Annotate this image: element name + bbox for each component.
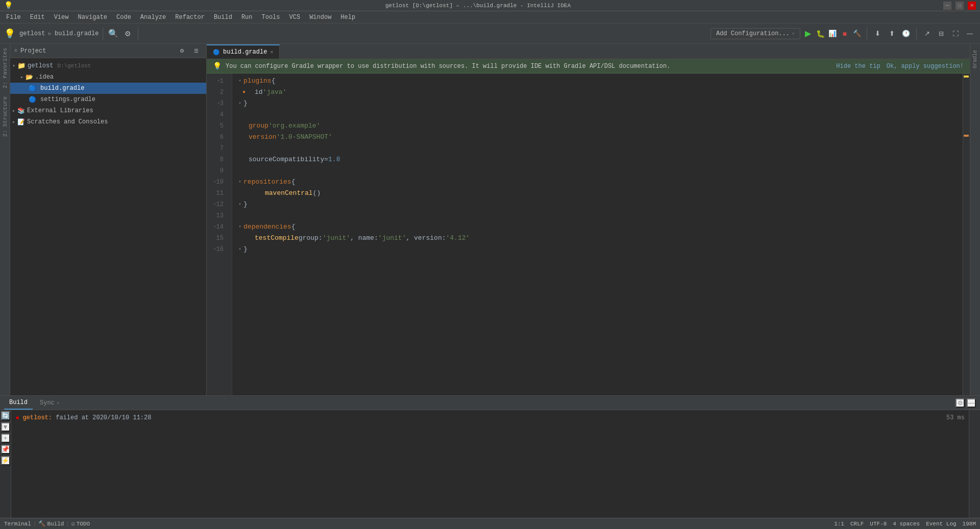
fold-arrow-10[interactable]: ▾ xyxy=(238,177,241,188)
build-filter-btn[interactable]: ▼ xyxy=(1,422,10,432)
tab-label-build-gradle: build.gradle xyxy=(223,48,267,56)
memory-indicator[interactable]: 198M xyxy=(963,521,976,527)
fold-arrow-12[interactable]: ▾ xyxy=(238,199,241,210)
tree-item-settings-gradle[interactable]: 🔵 settings.gradle xyxy=(10,94,206,105)
build-minimize-button[interactable]: — xyxy=(967,398,976,408)
menu-build[interactable]: Build xyxy=(210,13,236,22)
project-panel-settings[interactable]: ⚙ xyxy=(176,45,188,57)
toolbar-settings[interactable]: ⚙ xyxy=(121,28,134,40)
hide-tip-link[interactable]: Hide the tip xyxy=(836,63,880,70)
line-num-4: 4 xyxy=(207,109,228,120)
git-update-button[interactable]: ⬇ xyxy=(871,28,884,40)
bullet-dot: ● xyxy=(242,87,246,98)
build-expand-btn[interactable]: + xyxy=(1,434,10,443)
git-push-button[interactable]: ⬆ xyxy=(886,28,898,40)
menu-edit[interactable]: Edit xyxy=(26,13,49,22)
apply-suggestion-link[interactable]: Ok, apply suggestion! xyxy=(887,63,964,70)
debug-button[interactable]: 🐛 xyxy=(815,28,826,39)
editor-tabs: 🔵 build.gradle ✕ xyxy=(207,44,970,59)
menu-navigate[interactable]: Navigate xyxy=(74,13,111,22)
share-button[interactable]: ↗ xyxy=(921,28,933,40)
build-sync-btn[interactable]: 🔄 xyxy=(1,411,10,420)
build-project-button[interactable]: 🔨 xyxy=(851,28,863,39)
fold-arrow-14[interactable]: ▾ xyxy=(238,221,241,233)
tree-item-build-gradle[interactable]: 🔵 build.gradle xyxy=(10,83,206,94)
cursor-position[interactable]: 1:1 xyxy=(834,521,844,527)
project-panel-expand[interactable]: ☰ xyxy=(190,45,202,57)
toolbar-search-everywhere[interactable]: 🔍 xyxy=(107,28,119,40)
close-button[interactable]: ✕ xyxy=(968,2,976,10)
indent-setting[interactable]: 4 spaces xyxy=(893,521,920,527)
empty-13 xyxy=(238,210,242,221)
line-separator[interactable]: CRLF xyxy=(850,521,864,527)
encoding[interactable]: UTF-8 xyxy=(870,521,887,527)
status-bar-sep1: | xyxy=(33,521,37,527)
app-icon: 💡 xyxy=(4,1,13,10)
fold-arrow-1[interactable]: ▾ xyxy=(238,75,241,87)
line-num-16: ▾ 16 xyxy=(207,244,228,255)
code-line-3: ▾ } xyxy=(238,98,957,109)
menu-run[interactable]: Run xyxy=(237,13,257,22)
menu-vcs[interactable]: VCS xyxy=(285,13,305,22)
close-sync-tab[interactable]: ✕ xyxy=(57,400,60,406)
build-left-sidebar: 🔄 ▼ + 📌 ⚡ xyxy=(0,410,11,518)
line-num-3: ▾ 3 xyxy=(207,98,228,109)
build-pin-btn[interactable]: 📌 xyxy=(1,445,10,454)
build-button-status[interactable]: 🔨 Build xyxy=(38,520,64,527)
build-result-item[interactable]: ● getlost: failed at 2020/10/10 11:28 53… xyxy=(15,412,965,423)
status-bar: Terminal | 🔨 Build | ☑ TODO 1:1 CRLF UTF… xyxy=(0,518,980,529)
fold-arrow-16[interactable]: ▾ xyxy=(238,244,241,255)
line-num-5: 5 xyxy=(207,120,228,132)
code-line-15: testCompile group: 'junit' , name: 'juni… xyxy=(238,233,957,244)
structure-tab[interactable]: 2: Structure xyxy=(1,92,10,141)
line-num-15: 15 xyxy=(207,233,228,244)
menu-code[interactable]: Code xyxy=(112,13,135,22)
code-line-12: ▾ } xyxy=(238,199,957,210)
collapse-toolbar-button[interactable]: — xyxy=(964,28,976,40)
layout-button[interactable]: ⊟ xyxy=(935,28,947,40)
expand-arrow-idea: ▸ xyxy=(20,74,23,80)
todo-icon: ☑ xyxy=(71,520,75,527)
stop-button[interactable]: ■ xyxy=(839,28,850,39)
menu-file[interactable]: File xyxy=(2,13,25,22)
maximize-button[interactable]: □ xyxy=(955,2,964,10)
code-line-9 xyxy=(238,165,957,177)
tree-item-idea[interactable]: ▸ 📂 .idea xyxy=(10,71,206,83)
code-punct-tc-group: group: xyxy=(299,233,323,244)
toolbar-separator-4 xyxy=(916,28,917,40)
add-configuration-button[interactable]: Add Configuration... ▾ xyxy=(710,28,800,39)
maximize-editor-button[interactable]: ⛶ xyxy=(949,28,962,40)
build-settings-button[interactable]: ⚙ xyxy=(955,398,965,408)
run-with-coverage-button[interactable]: 📊 xyxy=(827,28,838,39)
gradle-tab[interactable]: Gradle xyxy=(971,46,979,72)
terminal-button[interactable]: Terminal xyxy=(4,521,31,527)
menu-analyze[interactable]: Analyze xyxy=(136,13,170,22)
build-right-sidebar xyxy=(969,410,980,518)
build-rerun-btn[interactable]: ⚡ xyxy=(1,456,10,465)
tree-item-external-libs[interactable]: ▸ 📚 External Libraries xyxy=(10,105,206,116)
tab-build-gradle[interactable]: 🔵 build.gradle ✕ xyxy=(207,44,280,59)
bottom-tab-sync[interactable]: Sync ✕ xyxy=(35,396,65,410)
bottom-tab-build[interactable]: Build xyxy=(4,396,33,410)
run-button[interactable]: ▶ xyxy=(802,28,814,39)
history-button[interactable]: 🕐 xyxy=(900,28,912,40)
todo-button-status[interactable]: ☑ TODO xyxy=(71,520,90,527)
event-log[interactable]: Event Log xyxy=(926,521,956,527)
add-config-label: Add Configuration... xyxy=(716,30,790,37)
tab-close-build-gradle[interactable]: ✕ xyxy=(270,49,273,55)
code-line-14: ▾ dependencies { xyxy=(238,221,957,233)
code-content-area[interactable]: ▾ plugins { ● id 'java' ▾ } xyxy=(232,73,963,395)
minimize-button[interactable]: ─ xyxy=(943,2,951,10)
menu-help[interactable]: Help xyxy=(336,13,359,22)
menu-window[interactable]: Window xyxy=(305,13,335,22)
menu-refactor[interactable]: Refactor xyxy=(171,13,209,22)
code-line-1: ▾ plugins { xyxy=(238,75,957,87)
notification-actions: Hide the tip Ok, apply suggestion! xyxy=(836,63,964,70)
tree-item-scratches[interactable]: ▸ 📝 Scratches and Consoles xyxy=(10,116,206,128)
fold-arrow-3[interactable]: ▾ xyxy=(238,98,241,109)
favorites-tab[interactable]: 2: Favorites xyxy=(1,44,10,92)
tree-item-getlost[interactable]: ▾ 📁 getlost D:\getlost xyxy=(10,60,206,71)
menu-view[interactable]: View xyxy=(50,13,73,22)
gutter-indicator-1 xyxy=(964,75,969,78)
menu-tools[interactable]: Tools xyxy=(258,13,284,22)
